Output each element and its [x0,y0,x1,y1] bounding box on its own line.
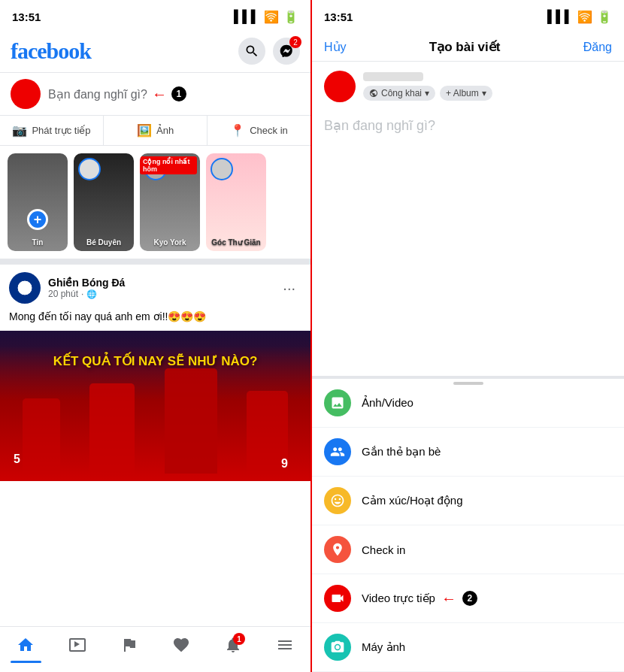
create-post-user: Công khai ▾ + Album ▾ [312,62,624,111]
feeling-label: Cảm xúc/Hoạt động [362,494,463,507]
story-label-1: Bé Duyên [77,238,131,247]
album-chevron-icon: ▾ [482,88,486,98]
privacy-button[interactable]: Công khai ▾ [363,86,435,101]
left-status-bar: 13:51 ▌▌▌ 🛜 🔋 [0,0,310,33]
live-icon: 📷 [12,123,27,138]
tag-friends-label: Gắn thẻ bạn bè [362,445,441,459]
post-time: 20 phút [48,289,78,299]
header-icons: 2 [238,38,300,65]
camera-svg-icon [330,640,345,655]
story-item-3[interactable]: Góc Thư Giãn [206,153,266,251]
checkin-icon: 📍 [230,123,245,138]
right-status-icons: ▌▌▌ 🛜 🔋 [547,10,612,24]
location-icon [330,542,345,557]
nav-flag[interactable] [104,633,156,657]
story-avatar-1 [78,158,101,180]
photo-video-option[interactable]: Ảnh/Video [312,379,624,428]
media-options: Ảnh/Video Gắn thẻ bạn bè Cảm xúc/Hoạt độ… [312,379,624,672]
create-post-header: Hủy Tạo bài viết Đăng [312,33,624,62]
globe-icon: 🌐 [86,289,97,299]
nav-home[interactable] [0,633,52,657]
post-header: Ghiền Bóng Đá 20 phút · 🌐 ··· [0,272,310,310]
arrow-right-icon: ← [152,86,167,103]
r-battery-icon: 🔋 [597,10,612,24]
post-image: 5 9 KẾT QUẢ TỐI NAY SẼ NHƯ NÀO? [0,331,310,481]
messenger-button[interactable]: 2 [273,38,300,65]
create-user-info: Công khai ▾ + Album ▾ [363,72,492,101]
video-icon [68,636,86,654]
fb-header: facebook 2 [0,33,310,72]
create-post-input-area[interactable]: Bạn đang nghĩ gì? [312,111,624,376]
post-button[interactable]: Đăng [583,41,612,54]
checkin-label: Check in [362,543,405,556]
right-time: 13:51 [324,11,353,23]
post-author: Ghiền Bóng Đá 20 phút · 🌐 [9,272,125,304]
story-corner-badge: Cộng nổi nhất hôm [140,156,197,174]
story-item-add[interactable]: + Tin [8,153,68,251]
checkin-option[interactable]: Check in [312,525,624,574]
tag-friends-icon [324,438,351,465]
post-box[interactable]: Bạn đang nghĩ gì? ← 1 [0,72,310,116]
notification-badge: 1 [233,633,245,645]
live-video-row: Video trực tiếp ← 2 [362,590,477,607]
ghien-bong-da-icon [13,276,37,300]
create-post-placeholder: Bạn đang nghĩ gì? [324,118,435,133]
story-label-2: Kyo York [143,238,197,247]
story-label-3: Góc Thư Giãn [209,238,263,247]
camera-icon [324,634,351,661]
post-image-text: KẾT QUẢ TỐI NAY SẼ NHƯ NÀO? [8,353,303,369]
nav-video[interactable] [52,633,104,657]
photo-video-label: Ảnh/Video [362,396,413,410]
left-time: 13:51 [12,11,41,23]
globe-small-icon [369,89,378,98]
nav-heart[interactable] [155,633,207,657]
story-add-icon: + [27,209,48,230]
user-avatar [11,79,41,109]
live-video-option[interactable]: Video trực tiếp ← 2 [312,574,624,623]
post-card: Ghiền Bóng Đá 20 phút · 🌐 ··· Mong đến t… [0,259,310,481]
battery-icon: 🔋 [283,10,298,24]
privacy-label: Công khai [381,88,422,98]
post-avatar [9,272,41,304]
flag-icon [120,636,138,654]
wifi-icon: 🛜 [264,10,279,24]
left-status-icons: ▌▌▌ 🛜 🔋 [234,10,298,24]
live-button[interactable]: 📷 Phát trực tiếp [0,116,104,145]
menu-icon [276,636,294,654]
live-video-label: Video trực tiếp [362,592,435,605]
facebook-logo: facebook [11,38,91,64]
post-prompt-row: Bạn đang nghĩ gì? ← 1 [48,86,186,103]
nav-bell[interactable]: 1 [207,633,259,657]
post-author-name: Ghiền Bóng Đá [48,277,125,289]
action-bar: 📷 Phát trực tiếp 🖼️ Ảnh 📍 Check in [0,116,310,146]
live-video-icon [324,585,351,612]
post-more-button[interactable]: ··· [277,280,301,297]
story-label-0: Tin [11,238,65,247]
photo-label: Ảnh [156,125,174,136]
arrow-left-icon-2: ← [441,590,456,607]
story-item-1[interactable]: Bé Duyên [74,153,134,251]
album-label: + Album [446,88,479,98]
post-placeholder: Bạn đang nghĩ gì? [48,87,147,101]
emoji-icon [330,493,345,508]
create-post-title: Tạo bài viết [429,39,501,55]
search-button[interactable] [238,38,265,65]
r-wifi-icon: 🛜 [577,10,592,24]
checkin-map-icon [324,536,351,563]
story-item-2[interactable]: Cộng nổi nhất hôm Kyo York [140,153,200,251]
camera-option[interactable]: Máy ảnh [312,623,624,672]
tag-friends-option[interactable]: Gắn thẻ bạn bè [312,428,624,477]
annotation-badge-1: 1 [171,86,186,101]
create-avatar [324,71,356,102]
search-icon [244,44,259,59]
checkin-button[interactable]: 📍 Check in [207,116,310,145]
live-icon [330,591,345,606]
feeling-option[interactable]: Cảm xúc/Hoạt động [312,477,624,525]
cancel-button[interactable]: Hủy [324,40,347,54]
nav-menu[interactable] [259,633,310,657]
album-button[interactable]: + Album ▾ [440,86,492,101]
photo-video-icon [324,389,351,416]
photo-button[interactable]: 🖼️ Ảnh [104,116,207,145]
dot-separator: · [81,289,83,299]
people-icon [330,444,345,459]
